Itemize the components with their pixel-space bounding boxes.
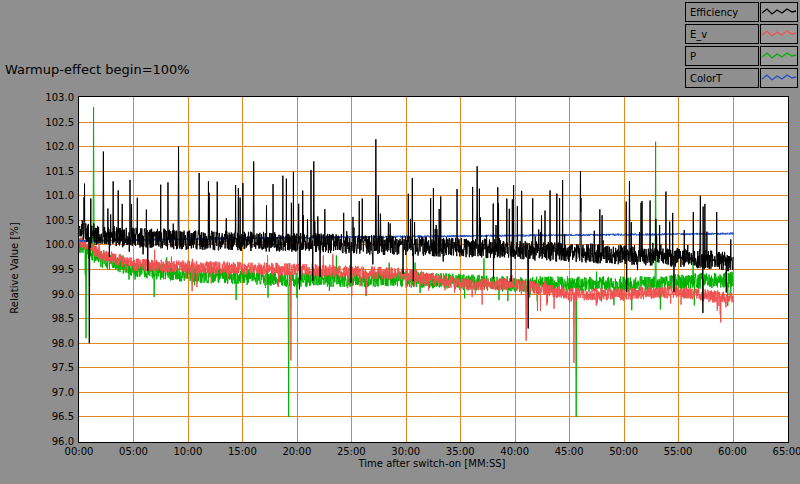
y-axis-title: Relative Value [%]: [9, 222, 20, 313]
x-tick-label: 45:00: [555, 446, 584, 457]
y-tick-label: 97.5: [22, 362, 74, 373]
legend-label-ev: E_v: [685, 24, 759, 44]
x-tick-label: 05:00: [119, 446, 148, 457]
y-tick-label: 98.5: [22, 313, 74, 324]
legend-item-colort[interactable]: ColorT: [685, 68, 798, 88]
chart-title: Warmup-effect begin=100%: [5, 62, 190, 77]
legend-line-sample-colort: [760, 68, 798, 88]
legend-item-p[interactable]: P: [685, 46, 798, 66]
x-tick-label: 40:00: [500, 446, 529, 457]
plot-area: [78, 96, 789, 443]
legend-label-efficiency: Efficiency: [685, 2, 759, 22]
y-tick-label: 96.5: [22, 411, 74, 422]
x-tick-label: 65:00: [773, 446, 800, 457]
y-tick-label: 99.5: [22, 264, 74, 275]
x-tick-label: 20:00: [282, 446, 311, 457]
y-tick-label: 100.5: [22, 215, 74, 226]
x-tick-label: 00:00: [65, 446, 94, 457]
x-tick-label: 25:00: [337, 446, 366, 457]
y-tick-label: 100.0: [22, 239, 74, 250]
warmup-chart-panel: Warmup-effect begin=100% Efficiency E_v …: [0, 0, 800, 484]
y-tick-label: 102.5: [22, 117, 74, 128]
x-tick-label: 10:00: [174, 446, 203, 457]
x-axis-title: Time after switch-on [MM:SS]: [359, 458, 506, 469]
legend-line-sample-ev: [760, 24, 798, 44]
y-tick-label: 103.0: [22, 92, 74, 103]
x-tick-label: 35:00: [446, 446, 475, 457]
legend-label-colort: ColorT: [685, 68, 759, 88]
x-tick-label: 60:00: [718, 446, 747, 457]
y-tick-label: 101.5: [22, 166, 74, 177]
x-tick-label: 30:00: [391, 446, 420, 457]
y-tick-label: 101.0: [22, 190, 74, 201]
y-tick-label: 97.0: [22, 387, 74, 398]
x-tick-label: 15:00: [228, 446, 257, 457]
legend-line-sample-p: [760, 46, 798, 66]
y-tick-label: 99.0: [22, 289, 74, 300]
y-tick-label: 102.0: [22, 141, 74, 152]
legend-item-efficiency[interactable]: Efficiency: [685, 2, 798, 22]
legend-item-ev[interactable]: E_v: [685, 24, 798, 44]
x-tick-label: 55:00: [664, 446, 693, 457]
legend-label-p: P: [685, 46, 759, 66]
x-tick-label: 50:00: [609, 446, 638, 457]
y-tick-label: 98.0: [22, 338, 74, 349]
plot-legend: Efficiency E_v P ColorT: [685, 2, 798, 88]
legend-line-sample-efficiency: [760, 2, 798, 22]
